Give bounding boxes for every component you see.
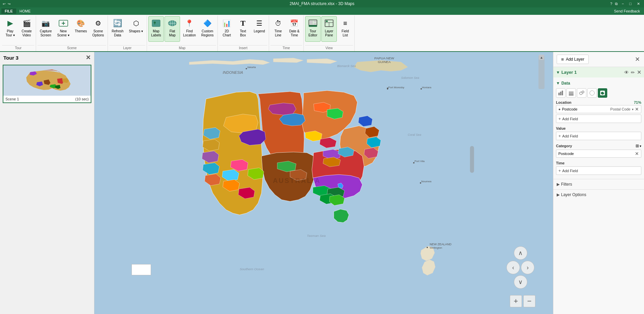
nav-down-button[interactable]: ∨ xyxy=(514,275,527,289)
textbox-icon: T xyxy=(238,18,248,29)
tour-editor-button[interactable]: TourEditor xyxy=(305,16,321,42)
svg-rect-46 xyxy=(470,146,474,173)
add-value-plus-icon: + xyxy=(558,133,561,138)
refresh-data-button[interactable]: 🔄 RefreshData xyxy=(109,16,126,42)
svg-text:Honiara: Honiara xyxy=(422,86,431,89)
find-location-label: FindLocation xyxy=(183,29,196,37)
scene-options-button[interactable]: ⚙ SceneOptions xyxy=(90,16,106,42)
menu-file[interactable]: FILE xyxy=(1,8,16,14)
nav-up-button[interactable]: ∧ xyxy=(514,246,527,260)
zoom-in-button[interactable]: + xyxy=(510,295,522,307)
capture-screen-button[interactable]: 📷 CaptureScreen xyxy=(37,16,54,42)
nav-left-button[interactable]: ‹ xyxy=(506,261,520,274)
zoom-out-button[interactable]: − xyxy=(523,295,535,307)
svg-text:NEW ZEALAND: NEW ZEALAND xyxy=(430,243,451,246)
layer-options-header-row[interactable]: ▶ Layer Options xyxy=(553,190,644,200)
2d-chart-button[interactable]: 📊 2DChart xyxy=(219,16,235,42)
data-icons-row xyxy=(556,87,641,99)
layer-collapse-icon[interactable]: ▼ xyxy=(556,70,560,75)
tour-header: Tour 3 ✕ xyxy=(0,52,94,63)
chart-bar-icon-btn[interactable] xyxy=(556,88,565,98)
right-panel-header: ≡ Add Layer ✕ xyxy=(553,52,644,67)
play-tour-button[interactable]: ▶ PlayTour ▾ xyxy=(2,16,18,42)
maximize-btn[interactable]: □ xyxy=(628,2,633,6)
filters-header-row[interactable]: ▶ Filters xyxy=(553,179,644,189)
chart-column-icon-btn[interactable] xyxy=(566,88,576,98)
timeline-icon: ⏱ xyxy=(273,18,284,29)
layers-icon: ≡ xyxy=(561,57,564,62)
refresh-data-label: RefreshData xyxy=(112,29,123,37)
new-scene-button[interactable]: NewScene ▾ xyxy=(55,16,72,42)
bubble-chart-icon-btn[interactable] xyxy=(577,88,586,98)
svg-text:PAPUA NEW: PAPUA NEW xyxy=(374,56,394,60)
text-box-label: TextBox xyxy=(240,29,246,37)
field-list-button[interactable]: ≡ FieldList xyxy=(338,16,353,42)
custom-regions-button[interactable]: 🔷 CustomRegions xyxy=(199,16,216,42)
quick-access-undo[interactable]: ↩ xyxy=(3,2,5,6)
add-location-field-label: Add Field xyxy=(562,117,578,121)
ribbon: ▶ PlayTour ▾ 🎬 CreateVideo Tour 📷 Captur… xyxy=(0,15,644,52)
map-labels-button[interactable]: MapLabels xyxy=(148,16,164,42)
right-panel: ≡ Add Layer ✕ ▼ Layer 1 👁 ✏ ✕ xyxy=(553,52,644,314)
scene-item-1[interactable]: Scene 1 (10 sec) xyxy=(3,65,91,103)
svg-rect-13 xyxy=(310,21,313,25)
filters-expand-icon: ▶ xyxy=(557,182,560,187)
close-btn[interactable]: ✕ xyxy=(636,2,641,6)
capture-screen-label: CaptureScreen xyxy=(40,29,52,37)
add-location-plus-icon: + xyxy=(558,116,561,121)
create-video-button[interactable]: 🎬 CreateVideo xyxy=(19,16,34,42)
nav-right-button[interactable]: › xyxy=(521,261,534,274)
add-time-field-label: Add Field xyxy=(562,169,578,173)
help-btn[interactable]: ? xyxy=(610,2,612,6)
add-layer-button[interactable]: ≡ Add Layer xyxy=(557,55,589,64)
tour-close-button[interactable]: ✕ xyxy=(86,55,91,61)
filled-map-icon-btn[interactable] xyxy=(598,88,607,98)
svg-text:Port Moresby: Port Moresby xyxy=(388,86,404,89)
quick-access-redo[interactable]: ↪ xyxy=(8,2,10,6)
add-location-field-btn[interactable]: + Add Field xyxy=(556,115,641,123)
layer-delete-icon[interactable]: ✕ xyxy=(637,69,641,75)
panel-close-button[interactable]: ✕ xyxy=(634,55,641,64)
filters-section: ▶ Filters xyxy=(553,179,644,190)
postal-code-remove[interactable]: ✕ xyxy=(635,106,639,112)
themes-button[interactable]: 🎨 Themes xyxy=(72,16,89,42)
postal-code-dropdown[interactable]: ▾ xyxy=(632,107,634,111)
scene-thumbnail-svg xyxy=(3,65,91,96)
play-icon: ▶ xyxy=(5,18,16,29)
layer-edit-icon[interactable]: ✏ xyxy=(631,70,635,75)
date-time-button[interactable]: 📅 Date &Time xyxy=(287,16,302,42)
restore-btn[interactable]: ⧉ xyxy=(615,2,618,6)
custom-regions-label: CustomRegions xyxy=(201,29,214,37)
menu-feedback: Send Feedback xyxy=(611,8,643,14)
custom-regions-icon: 🔷 xyxy=(202,18,213,29)
legend-button[interactable]: ☰ Legend xyxy=(252,16,267,42)
minimize-btn[interactable]: − xyxy=(620,2,625,6)
find-location-button[interactable]: 📍 FindLocation xyxy=(181,16,198,42)
time-line-button[interactable]: ⏱ TimeLine xyxy=(270,16,286,42)
shapes-button[interactable]: ⬡ Shapes ▾ xyxy=(126,16,145,42)
category-postcode-remove[interactable]: ✕ xyxy=(635,151,639,156)
text-box-button[interactable]: T TextBox xyxy=(235,16,251,42)
shapes-label: Shapes ▾ xyxy=(129,29,143,33)
flat-map-button[interactable]: FlatMap xyxy=(165,16,180,42)
category-dropdown-icon[interactable]: ▾ xyxy=(640,144,641,148)
category-icon-btn[interactable] xyxy=(587,88,597,98)
map-scroll-up-btn[interactable]: ▲ xyxy=(539,55,544,60)
data-header-row[interactable]: ▼ Data xyxy=(556,79,641,87)
add-value-field-btn[interactable]: + Add Field xyxy=(556,132,641,140)
menu-home[interactable]: HOME xyxy=(16,8,34,14)
camera-icon: 📷 xyxy=(40,18,51,29)
layer-pane-button[interactable]: LayerPane xyxy=(321,16,337,42)
postcode-radio-indicator: ● xyxy=(558,107,561,111)
time-line-label: TimeLine xyxy=(274,29,282,37)
category-icons: ⊞ ▾ xyxy=(636,144,641,148)
map-nav-controls: ∧ ‹ › ∨ xyxy=(506,246,534,289)
svg-rect-12 xyxy=(309,25,317,27)
svg-rect-48 xyxy=(560,92,561,95)
svg-text:Port Vila: Port Vila xyxy=(414,160,425,163)
menu-bar: FILE HOME Send Feedback xyxy=(0,7,644,15)
add-time-field-btn[interactable]: + Add Field xyxy=(556,166,641,175)
map-scroll-bar[interactable] xyxy=(538,55,545,89)
category-postcode-value: Postcode xyxy=(558,152,635,156)
layer-visibility-icon[interactable]: 👁 xyxy=(624,70,629,75)
